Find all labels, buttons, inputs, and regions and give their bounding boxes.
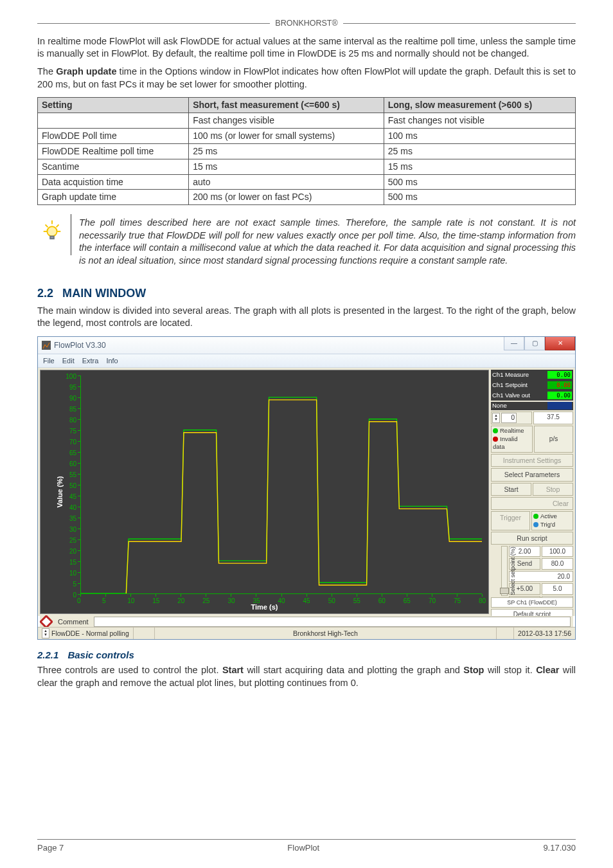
chart-area[interactable]: Value (%) Time (s) 100959085807570656055… [40,370,489,614]
menu-bar[interactable]: File Edit Extra Info [38,354,575,368]
subsection-body: Three controls are used to control the p… [37,664,576,689]
y-tick: 100 [66,372,76,381]
start-button[interactable]: Start [491,483,531,496]
measure-row: Ch1 Valve out0.00 [491,390,573,401]
table-row: FlowDDE Poll time100 ms (or lower for sm… [38,128,576,143]
y-tick: 90 [69,394,76,403]
y-tick: 60 [69,460,76,469]
footer-right: 9.17.030 [543,842,576,854]
spinner-value[interactable]: 0 [501,413,517,423]
y-tick: 40 [69,503,76,512]
y-tick: 75 [69,427,76,436]
intro-paragraph: In realtime mode FlowPlot will ask FlowD… [37,35,576,60]
setpoint-slider[interactable] [501,546,508,596]
y-tick: 10 [69,569,76,578]
sp-val-80[interactable]: 80.0 [542,558,573,570]
statusbar-datetime: 2012-03-13 17:56 [514,628,575,639]
unit-label: p/s [534,426,573,453]
svg-point-0 [47,227,57,237]
y-tick: 65 [69,449,76,458]
note-block: The poll times described here are not ex… [37,214,576,269]
y-tick: 30 [69,525,76,534]
instrument-settings-button[interactable]: Instrument Settings [491,454,573,467]
x-tick: 0 [77,597,81,606]
run-script-button[interactable]: Run script [491,532,573,545]
right-panel: Ch1 Measure0.00Ch1 Setpoint0.00Ch1 Valve… [491,370,573,614]
settings-table: Setting Short, fast measurement (<=600 s… [37,97,576,205]
sp-ch1-label: SP Ch1 (FlowDDE) [491,597,573,608]
menu-info[interactable]: Info [106,356,118,366]
setpoint-axis-label: Select setpoint (%) [509,547,517,595]
realtime-led-icon [493,428,498,433]
page-footer: Page 7 FlowPlot 9.17.030 [37,839,576,854]
y-tick: 5 [73,580,76,589]
close-icon[interactable]: ✕ [545,337,575,350]
x-tick: 80 [479,597,486,606]
measure-row: Ch1 Setpoint0.00 [491,380,573,390]
statusbar-polling: FlowDDE - Normal polling [51,629,129,638]
statusbar-vendor: Bronkhorst High-Tech [155,628,497,639]
table-row: Scantime15 ms15 ms [38,159,576,174]
menu-extra[interactable]: Extra [82,356,99,366]
y-tick: 20 [69,547,76,556]
x-tick: 40 [278,597,285,606]
y-axis-label: Value (%) [55,476,65,508]
spinner-icon[interactable]: ▲▼ [492,413,500,423]
window-titlebar[interactable]: FlowPlot V3.30 — ▢ ✕ [38,337,575,354]
trigger-button[interactable]: Trigger [491,511,530,530]
x-tick: 65 [404,597,411,606]
stop-button[interactable]: Stop [533,483,573,496]
comment-bar: Comment [40,616,573,628]
x-tick: 35 [253,597,260,606]
active-led-icon [533,514,538,519]
table-row: Graph update time200 ms (or lower on fas… [38,190,576,205]
sp-val-5[interactable]: 5.0 [542,583,573,595]
sp-val-100[interactable]: 100.0 [542,546,573,557]
y-tick: 35 [69,514,76,523]
section-heading: 2.2MAIN WINDOW [37,285,576,301]
statusbar-spinner-icon[interactable]: ▲▼ [42,628,49,638]
plot-region[interactable] [80,375,482,594]
section-body: The main window is divided into several … [37,305,576,330]
none-row: None [491,402,573,410]
lightbulb-icon [37,214,71,255]
footer-center: FlowPlot [287,842,319,854]
table-row: FlowDDE Realtime poll time25 ms25 ms [38,143,576,159]
minimize-icon[interactable]: — [504,337,524,350]
comment-label: Comment [58,617,89,627]
comment-input[interactable] [94,617,571,627]
th-long: Long, slow measurement (>600 s) [384,98,575,113]
y-tick: 95 [69,383,76,392]
th-short: Short, fast measurement (<=600 s) [189,98,384,113]
trigd-led-icon [533,522,538,527]
flowplot-window: FlowPlot V3.30 — ▢ ✕ File Edit Extra Inf… [37,336,576,640]
footer-page: Page 7 [37,842,64,854]
x-tick: 20 [177,597,184,606]
x-tick: 70 [429,597,436,606]
x-tick: 55 [353,597,360,606]
y-tick: 25 [69,536,76,545]
reading-value: 37.5 [533,411,573,424]
subsection-heading: 2.2.1Basic controls [37,649,576,662]
window-statusbar: ▲▼ FlowDDE - Normal polling Bronkhorst H… [38,627,575,639]
x-tick: 25 [202,597,209,606]
svg-line-4 [46,225,48,228]
svg-marker-10 [40,616,52,628]
sp-val-20[interactable]: 20.0 [509,571,573,583]
x-tick: 75 [454,597,461,606]
select-parameters-button[interactable]: Select Parameters [491,468,573,481]
x-tick: 15 [152,597,159,606]
app-icon [42,341,51,350]
page-header: BRONKHORST® [37,18,576,29]
menu-file[interactable]: File [43,356,55,366]
maximize-icon[interactable]: ▢ [524,337,545,350]
graph-update-paragraph: The Graph update time in the Options win… [37,66,576,91]
y-tick: 70 [69,438,76,447]
y-tick: 85 [69,405,76,414]
y-tick: 50 [69,482,76,491]
menu-edit[interactable]: Edit [62,356,75,366]
x-tick: 45 [303,597,310,606]
clear-button[interactable]: Clear [491,497,573,510]
note-text: The poll times described here are not ex… [71,214,576,269]
measure-row: Ch1 Measure0.00 [491,370,573,380]
